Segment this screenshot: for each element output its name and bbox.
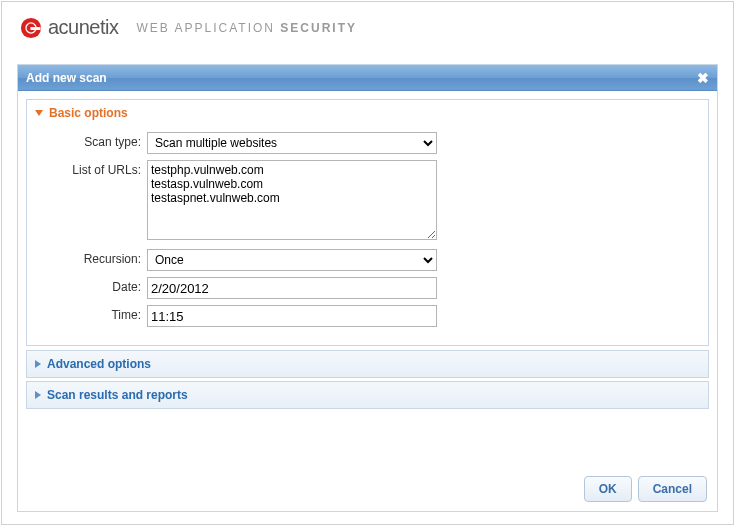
scan-type-select[interactable]: Scan multiple websites <box>147 132 437 154</box>
application-window: acunetix WEB APPLICATION SECURITY Add ne… <box>1 1 734 525</box>
row-recursion: Recursion: Once <box>37 249 698 271</box>
label-time: Time: <box>37 305 147 322</box>
section-results-header[interactable]: Scan results and reports <box>27 382 708 408</box>
recursion-select[interactable]: Once <box>147 249 437 271</box>
section-basic-header[interactable]: Basic options <box>27 100 708 126</box>
section-advanced-title: Advanced options <box>47 357 151 371</box>
section-advanced-options[interactable]: Advanced options <box>26 350 709 378</box>
row-date: Date: <box>37 277 698 299</box>
section-basic-title: Basic options <box>49 106 128 120</box>
row-time: Time: <box>37 305 698 327</box>
tagline: WEB APPLICATION SECURITY <box>137 21 358 35</box>
label-recursion: Recursion: <box>37 249 147 266</box>
row-scan-type: Scan type: Scan multiple websites <box>37 132 698 154</box>
branding-bar: acunetix WEB APPLICATION SECURITY <box>2 2 733 49</box>
product-logo: acunetix <box>20 16 119 39</box>
basic-options-form: Scan type: Scan multiple websites List o… <box>27 126 708 345</box>
label-scan-type: Scan type: <box>37 132 147 149</box>
chevron-right-icon <box>35 391 41 399</box>
product-name: acunetix <box>48 16 119 39</box>
add-scan-dialog: Add new scan ✖ Basic options Scan type: … <box>17 64 718 512</box>
dialog-body: Basic options Scan type: Scan multiple w… <box>18 91 717 467</box>
dialog-footer: OK Cancel <box>18 467 717 511</box>
cancel-button[interactable]: Cancel <box>638 476 707 502</box>
date-input[interactable] <box>147 277 437 299</box>
dialog-titlebar: Add new scan ✖ <box>18 65 717 91</box>
section-advanced-header[interactable]: Advanced options <box>27 351 708 377</box>
section-results-title: Scan results and reports <box>47 388 188 402</box>
section-basic-options: Basic options Scan type: Scan multiple w… <box>26 99 709 346</box>
ok-button[interactable]: OK <box>584 476 632 502</box>
label-date: Date: <box>37 277 147 294</box>
urls-textarea[interactable] <box>147 160 437 240</box>
section-scan-results[interactable]: Scan results and reports <box>26 381 709 409</box>
acunetix-logo-icon <box>20 17 42 39</box>
chevron-right-icon <box>35 360 41 368</box>
time-input[interactable] <box>147 305 437 327</box>
svg-rect-3 <box>30 27 40 30</box>
label-urls: List of URLs: <box>37 160 147 177</box>
chevron-down-icon <box>35 110 43 116</box>
row-urls: List of URLs: <box>37 160 698 243</box>
dialog-title: Add new scan <box>26 71 107 85</box>
close-icon[interactable]: ✖ <box>697 70 709 86</box>
